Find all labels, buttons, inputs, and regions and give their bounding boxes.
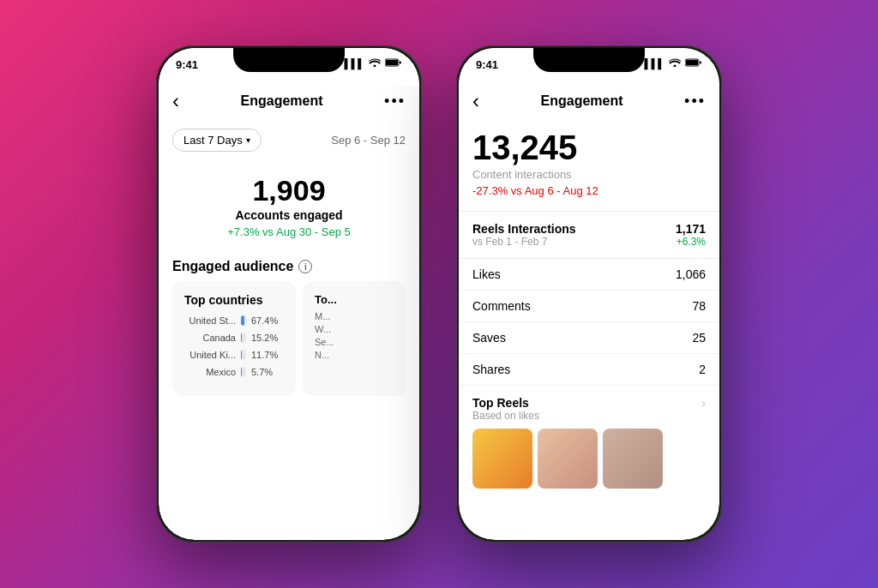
notch-1 xyxy=(233,48,345,72)
status-icons-2: ▌▌▌ xyxy=(645,58,702,69)
nav-title-1: Engagement xyxy=(241,93,323,109)
top-reels-header: Top Reels Based on likes › xyxy=(472,396,706,422)
saves-label: Saves xyxy=(472,331,506,345)
bar-pct-2: 11.7% xyxy=(251,350,284,360)
bar-pct-0: 67.4% xyxy=(251,315,284,326)
content-interactions-change: -27.3% vs Aug 6 - Aug 12 xyxy=(472,184,706,197)
accounts-engaged-number: 1,909 xyxy=(172,176,406,205)
reels-header: Reels Interactions vs Feb 1 - Feb 7 1,17… xyxy=(472,222,706,248)
metric-row-likes: Likes 1,066 xyxy=(459,259,719,291)
bar-fill-2 xyxy=(241,350,242,360)
signal-icon-1: ▌▌▌ xyxy=(345,58,364,69)
shares-label: Shares xyxy=(472,363,510,376)
country-label-0: United St... xyxy=(184,315,236,326)
reels-subtitle: vs Feb 1 - Feb 7 xyxy=(472,236,576,248)
notch-2 xyxy=(533,48,645,72)
metric-row-saves: Saves 25 xyxy=(459,322,719,354)
reel-thumbnail-2[interactable] xyxy=(538,429,598,489)
country-row-3: Mexico 5.7% xyxy=(184,367,284,377)
main-stat-block-2: 13,245 Content interactions -27.3% vs Au… xyxy=(459,122,719,212)
top-reels-chevron[interactable]: › xyxy=(701,396,706,411)
country-row-1: Canada 15.2% xyxy=(184,333,284,343)
top-reels-title-group: Top Reels Based on likes xyxy=(472,396,539,422)
top-reels-sublabel: Based on likes xyxy=(472,410,539,422)
status-time-2: 9:41 xyxy=(476,58,498,71)
info-icon[interactable]: i xyxy=(298,260,312,273)
content-interactions-number: 13,245 xyxy=(472,130,706,165)
second-card-item-0: M... xyxy=(315,311,394,321)
more-button-2[interactable]: ••• xyxy=(684,93,706,111)
bar-fill-1 xyxy=(241,333,242,343)
screen-content-1: Last 7 Days ▾ Sep 6 - Sep 12 1,909 Accou… xyxy=(159,122,419,538)
likes-label: Likes xyxy=(472,267,501,281)
reels-title: Reels Interactions xyxy=(472,222,576,236)
reels-title-group: Reels Interactions vs Feb 1 - Feb 7 xyxy=(472,222,576,248)
second-card: To... M... W... Se... N... xyxy=(303,281,406,396)
dropdown-arrow: ▾ xyxy=(246,135,250,145)
top-countries-title: Top countries xyxy=(184,293,284,307)
bar-container-0 xyxy=(241,315,246,326)
bar-fill-0 xyxy=(241,315,244,326)
main-stat-block: 1,909 Accounts engaged +7.3% vs Aug 30 -… xyxy=(159,159,419,245)
reels-value: 1,171 xyxy=(676,222,706,236)
thumbnails-row xyxy=(472,429,706,489)
wifi-icon-1 xyxy=(369,58,381,69)
top-reels-section: Top Reels Based on likes › xyxy=(459,386,719,495)
signal-icon-2: ▌▌▌ xyxy=(645,58,665,69)
status-time-1: 9:41 xyxy=(176,58,198,71)
period-filter[interactable]: Last 7 Days ▾ xyxy=(172,129,262,152)
reels-interactions-section: Reels Interactions vs Feb 1 - Feb 7 1,17… xyxy=(459,212,719,259)
engaged-audience-title: Engaged audience i xyxy=(159,245,419,281)
second-card-item-3: N... xyxy=(315,350,394,360)
battery-icon-2 xyxy=(685,58,702,69)
status-icons-1: ▌▌▌ xyxy=(345,58,402,69)
country-label-1: Canada xyxy=(184,333,236,343)
comments-value: 78 xyxy=(692,299,706,313)
svg-rect-1 xyxy=(386,60,398,65)
nav-title-2: Engagement xyxy=(541,93,623,109)
bar-pct-1: 15.2% xyxy=(251,333,284,343)
phone-1: 9:41 ▌▌▌ ‹ Engagement ••• xyxy=(156,45,422,543)
reel-thumbnail-3[interactable] xyxy=(603,429,663,489)
back-button-2[interactable]: ‹ xyxy=(472,89,479,113)
country-label-2: United Ki... xyxy=(184,350,236,360)
second-card-item-1: W... xyxy=(315,324,394,334)
date-range: Sep 6 - Sep 12 xyxy=(331,134,406,147)
accounts-engaged-change: +7.3% vs Aug 30 - Sep 5 xyxy=(172,225,406,238)
country-label-3: Mexico xyxy=(184,367,236,377)
wifi-icon-2 xyxy=(669,58,681,69)
svg-rect-5 xyxy=(700,62,701,64)
reels-change: +6.3% xyxy=(676,236,706,248)
saves-value: 25 xyxy=(692,331,706,345)
comments-label: Comments xyxy=(472,299,531,313)
shares-value: 2 xyxy=(699,363,706,376)
content-interactions-label: Content interactions xyxy=(472,168,706,181)
country-row-2: United Ki... 11.7% xyxy=(184,350,284,360)
battery-icon-1 xyxy=(385,58,402,69)
reel-thumbnail-1[interactable] xyxy=(472,429,532,489)
svg-rect-2 xyxy=(400,62,401,64)
screen-content-2: 13,245 Content interactions -27.3% vs Au… xyxy=(459,122,719,538)
bar-container-2 xyxy=(241,350,246,360)
accounts-engaged-label: Accounts engaged xyxy=(172,208,406,222)
reels-value-group: 1,171 +6.3% xyxy=(676,222,706,248)
metric-row-shares: Shares 2 xyxy=(459,354,719,386)
country-row-0: United St... 67.4% xyxy=(184,315,284,326)
second-card-title: To... xyxy=(315,293,394,306)
likes-value: 1,066 xyxy=(676,267,706,281)
period-label: Last 7 Days xyxy=(183,134,243,147)
bar-container-3 xyxy=(241,367,246,377)
svg-rect-4 xyxy=(686,60,698,65)
bar-container-1 xyxy=(241,333,246,343)
metric-row-comments: Comments 78 xyxy=(459,291,719,322)
more-button-1[interactable]: ••• xyxy=(384,93,406,111)
bar-pct-3: 5.7% xyxy=(251,367,284,377)
phone-2: 9:41 ▌▌▌ ‹ Engagement ••• xyxy=(456,45,722,543)
filter-bar: Last 7 Days ▾ Sep 6 - Sep 12 xyxy=(159,122,419,159)
top-reels-title: Top Reels xyxy=(472,396,539,410)
second-card-item-2: Se... xyxy=(315,337,394,347)
top-countries-card: Top countries United St... 67.4% Canada xyxy=(172,281,296,396)
cards-row: Top countries United St... 67.4% Canada xyxy=(159,281,419,396)
back-button-1[interactable]: ‹ xyxy=(172,89,179,113)
